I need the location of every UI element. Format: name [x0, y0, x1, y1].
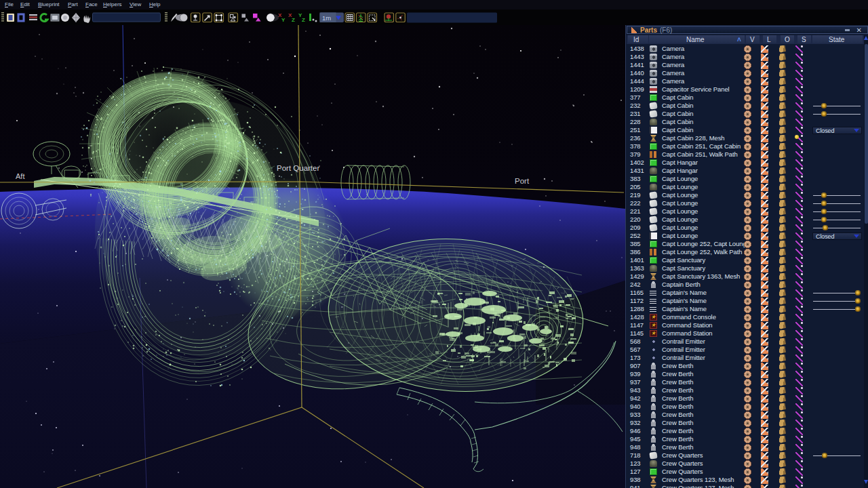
svg-text:Port: Port: [515, 177, 530, 185]
svg-text:Port Quarter: Port Quarter: [277, 164, 319, 172]
svg-text:Z: Z: [292, 17, 295, 23]
svg-text:1m: 1m: [322, 14, 331, 22]
svg-text:Aft: Aft: [16, 172, 24, 180]
svg-text:Y: Y: [281, 17, 285, 23]
svg-text:Z: Z: [302, 17, 305, 23]
